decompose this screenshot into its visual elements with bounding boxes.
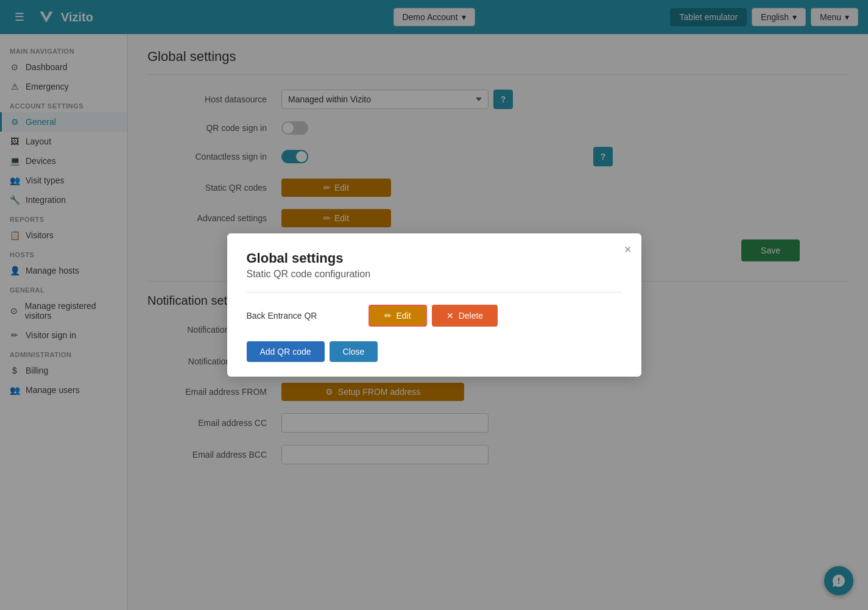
modal-delete-icon: ✕ (446, 311, 454, 321)
modal-edit-icon: ✏ (384, 311, 392, 321)
modal-actions: ✏ Edit ✕ Delete (369, 305, 498, 327)
modal-row-label: Back Entrance QR (247, 311, 369, 321)
modal-overlay[interactable]: × Global settings Static QR code configu… (0, 0, 868, 610)
add-qr-code-button[interactable]: Add QR code (247, 341, 325, 362)
modal-close-btn-label: Close (343, 347, 365, 356)
modal-edit-button[interactable]: ✏ Edit (369, 305, 427, 327)
modal-close-btn[interactable]: Close (330, 341, 378, 362)
modal: × Global settings Static QR code configu… (227, 233, 641, 377)
modal-delete-label: Delete (459, 311, 483, 321)
modal-edit-label: Edit (397, 311, 411, 321)
modal-qr-row: Back Entrance QR ✏ Edit ✕ Delete (247, 305, 622, 327)
add-qr-code-label: Add QR code (260, 347, 311, 356)
modal-subtitle: Static QR code configuration (247, 269, 622, 280)
modal-divider (247, 292, 622, 293)
modal-close-button[interactable]: × (624, 243, 632, 255)
modal-footer: Add QR code Close (247, 341, 622, 362)
modal-delete-button[interactable]: ✕ Delete (432, 305, 498, 327)
close-icon: × (624, 243, 632, 256)
modal-title: Global settings (247, 250, 622, 266)
